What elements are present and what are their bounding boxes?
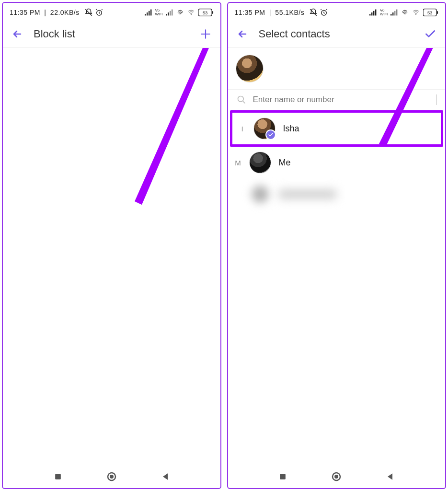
- status-speed: 55.1KB/s: [275, 9, 304, 16]
- svg-text:53: 53: [202, 10, 207, 15]
- status-time: 11:35 PM: [10, 9, 40, 16]
- svg-point-33: [238, 96, 243, 102]
- status-time: 11:35 PM: [235, 9, 265, 16]
- battery-icon: 53: [198, 9, 214, 16]
- svg-rect-28: [396, 10, 397, 16]
- nav-back[interactable]: [385, 472, 395, 481]
- nav-home[interactable]: [106, 471, 117, 482]
- nav-recent[interactable]: [278, 472, 287, 481]
- nav-bar: [3, 465, 220, 488]
- svg-point-38: [334, 475, 338, 479]
- mute-icon: [309, 8, 318, 17]
- alarm-icon: [320, 8, 328, 17]
- nav-back[interactable]: [161, 472, 170, 481]
- phone-screen-select-contacts: 11:35 PM | 55.1KB/s VoWiFi: [227, 2, 447, 489]
- app-header: Block list: [3, 20, 220, 48]
- search-input[interactable]: [253, 95, 430, 105]
- svg-rect-7: [168, 12, 169, 15]
- svg-rect-12: [212, 11, 213, 14]
- svg-text:53: 53: [427, 10, 432, 15]
- svg-rect-23: [373, 11, 374, 16]
- search-row[interactable]: [228, 90, 446, 110]
- selected-contacts-row: [228, 48, 446, 90]
- signal-icon-2: [166, 9, 173, 16]
- nav-recent[interactable]: [53, 472, 63, 481]
- network-icon: [176, 9, 184, 16]
- svg-rect-8: [170, 11, 171, 16]
- search-icon: [237, 95, 246, 105]
- search-divider: [436, 94, 437, 105]
- svg-rect-2: [145, 14, 146, 15]
- contact-name: Me: [279, 158, 291, 168]
- svg-rect-22: [371, 12, 372, 15]
- vowifi-icon: VoWiFi: [155, 9, 163, 16]
- contact-row-isha[interactable]: I Isha: [232, 113, 441, 144]
- section-letter: I: [239, 125, 246, 133]
- back-button[interactable]: [11, 28, 23, 40]
- contact-name-blurred: [279, 190, 336, 199]
- contacts-content: I Isha M Me: [228, 48, 446, 465]
- svg-rect-9: [172, 10, 172, 16]
- signal-icon: [145, 9, 152, 16]
- svg-marker-15: [135, 48, 215, 205]
- contact-name: Isha: [283, 124, 299, 134]
- selected-check-icon: [265, 129, 276, 140]
- battery-icon: 53: [423, 9, 438, 16]
- app-header: Select contacts: [228, 20, 446, 48]
- svg-rect-16: [55, 474, 61, 479]
- page-title: Block list: [34, 28, 75, 40]
- wifi-icon: [187, 9, 195, 16]
- svg-point-18: [110, 475, 114, 479]
- alarm-icon: [95, 8, 103, 17]
- svg-rect-4: [149, 11, 149, 16]
- wifi-icon: [412, 9, 420, 16]
- contact-avatar-blurred: [249, 183, 271, 205]
- contact-avatar: [253, 117, 276, 140]
- vowifi-icon: VoWiFi: [380, 9, 388, 16]
- svg-rect-26: [392, 12, 393, 15]
- empty-content: [3, 48, 220, 465]
- signal-icon: [369, 9, 377, 16]
- page-title: Select contacts: [259, 28, 330, 40]
- svg-rect-36: [280, 474, 286, 479]
- svg-rect-27: [394, 11, 395, 16]
- contact-avatar: [249, 152, 271, 174]
- svg-rect-31: [437, 11, 438, 14]
- annotation-arrow: [99, 48, 220, 207]
- mute-icon: [84, 8, 93, 17]
- svg-rect-6: [166, 14, 167, 15]
- signal-icon-2: [391, 9, 398, 16]
- section-letter: M: [235, 159, 241, 167]
- status-bar: 11:35 PM | 55.1KB/s VoWiFi: [228, 3, 446, 20]
- phone-screen-block-list: 11:35 PM | 22.0KB/s VoWiFi: [2, 2, 221, 489]
- network-icon: [401, 9, 409, 16]
- nav-home[interactable]: [331, 471, 342, 482]
- confirm-button[interactable]: [424, 28, 437, 40]
- svg-point-29: [415, 14, 416, 15]
- back-button[interactable]: [237, 28, 248, 40]
- contact-row-blurred[interactable]: [228, 178, 446, 210]
- svg-point-10: [191, 14, 191, 15]
- selected-contact-avatar[interactable]: [236, 55, 264, 82]
- nav-bar: [228, 465, 446, 488]
- svg-rect-21: [369, 14, 370, 15]
- status-speed: 22.0KB/s: [50, 9, 80, 16]
- svg-rect-5: [150, 10, 151, 16]
- svg-rect-25: [391, 14, 391, 15]
- contact-row-me[interactable]: M Me: [228, 147, 446, 178]
- status-bar: 11:35 PM | 22.0KB/s VoWiFi: [3, 3, 220, 20]
- svg-rect-3: [147, 12, 148, 15]
- add-button[interactable]: [199, 28, 212, 40]
- highlight-annotation: I Isha: [230, 110, 444, 147]
- svg-rect-24: [375, 10, 376, 16]
